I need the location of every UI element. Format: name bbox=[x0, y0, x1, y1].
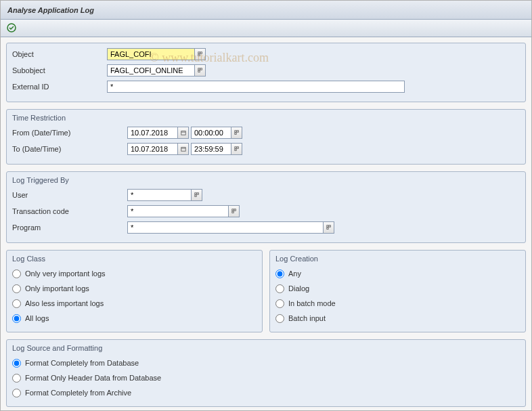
log-creation-radio-2[interactable] bbox=[275, 284, 284, 293]
subobject-input[interactable] bbox=[107, 64, 195, 77]
svg-rect-12 bbox=[181, 148, 185, 152]
log-creation-group: Log Creation Any Dialog In batch mode Ba… bbox=[269, 250, 526, 332]
svg-rect-3 bbox=[198, 54, 199, 56]
tcode-label: Transaction code bbox=[12, 207, 127, 215]
log-class-label-2[interactable]: Only important logs bbox=[25, 284, 89, 293]
to-date-help-button[interactable] bbox=[178, 143, 189, 155]
to-row: To (Date/Time) bbox=[12, 142, 520, 156]
from-time-input[interactable] bbox=[191, 127, 231, 139]
log-source-option-1[interactable]: Format Completely from Database bbox=[12, 356, 520, 370]
to-label: To (Date/Time) bbox=[12, 145, 127, 153]
log-creation-title: Log Creation bbox=[275, 255, 520, 263]
program-row: Program bbox=[12, 221, 520, 234]
log-class-label-4[interactable]: All logs bbox=[25, 314, 49, 322]
log-source-radio-2[interactable] bbox=[12, 374, 21, 383]
to-date-input[interactable] bbox=[127, 143, 178, 155]
subobject-label: Subobject bbox=[12, 66, 107, 74]
log-creation-option-4[interactable]: Batch input bbox=[275, 311, 520, 325]
two-column-container: Log Class Only very important logs Only … bbox=[6, 250, 526, 339]
svg-rect-7 bbox=[181, 131, 185, 135]
search-help-icon bbox=[231, 209, 237, 214]
from-date-input[interactable] bbox=[127, 127, 178, 139]
log-creation-option-3[interactable]: In batch mode bbox=[275, 297, 520, 310]
log-source-radio-3[interactable] bbox=[12, 389, 21, 397]
log-source-option-2[interactable]: Format Only Header Data from Database bbox=[12, 371, 520, 385]
log-creation-option-2[interactable]: Dialog bbox=[275, 282, 520, 295]
program-input[interactable] bbox=[127, 221, 324, 234]
log-source-option-3[interactable]: Format Completely from Archive bbox=[12, 386, 520, 399]
subobject-search-help-button[interactable] bbox=[195, 64, 206, 77]
time-restriction-group: Time Restriction From (Date/Time) To (Da… bbox=[6, 109, 526, 165]
svg-rect-23 bbox=[326, 225, 328, 227]
svg-rect-10 bbox=[237, 131, 238, 132]
object-row: Object bbox=[12, 47, 520, 61]
svg-rect-4 bbox=[198, 68, 199, 70]
window-title: Analyse Application Log bbox=[7, 6, 94, 14]
svg-rect-11 bbox=[234, 133, 236, 134]
object-search-help-button[interactable] bbox=[195, 48, 206, 60]
log-source-label-2[interactable]: Format Only Header Data from Database bbox=[25, 374, 161, 382]
svg-rect-21 bbox=[234, 209, 236, 211]
svg-rect-9 bbox=[234, 131, 236, 132]
content-area: © www.tutorialkart.com Object Subobject … bbox=[1, 37, 531, 411]
log-triggered-group: Log Triggered By User Transaction code P… bbox=[6, 171, 526, 243]
from-time-help-button[interactable] bbox=[231, 127, 242, 139]
svg-rect-2 bbox=[200, 52, 202, 53]
user-row: User bbox=[12, 188, 520, 202]
search-help-icon bbox=[326, 225, 332, 230]
external-id-input[interactable] bbox=[107, 81, 405, 93]
svg-rect-1 bbox=[198, 52, 199, 53]
log-class-label-1[interactable]: Only very important logs bbox=[25, 269, 106, 278]
log-class-option-2[interactable]: Only important logs bbox=[12, 282, 257, 295]
log-class-label-3[interactable]: Also less important logs bbox=[25, 299, 104, 307]
log-class-radio-3[interactable] bbox=[12, 299, 21, 308]
tcode-search-help-button[interactable] bbox=[229, 205, 240, 217]
time-restriction-title: Time Restriction bbox=[12, 114, 520, 122]
external-id-label: External ID bbox=[12, 83, 107, 91]
user-input[interactable] bbox=[127, 189, 192, 201]
svg-rect-16 bbox=[234, 149, 236, 150]
program-label: Program bbox=[12, 223, 127, 232]
execute-icon[interactable] bbox=[6, 22, 17, 33]
log-creation-radio-3[interactable] bbox=[275, 299, 284, 308]
search-help-icon bbox=[234, 130, 240, 135]
log-source-label-1[interactable]: Format Completely from Database bbox=[25, 359, 139, 367]
to-time-input[interactable] bbox=[191, 143, 231, 155]
user-search-help-button[interactable] bbox=[192, 189, 202, 201]
log-creation-label-2[interactable]: Dialog bbox=[288, 284, 309, 293]
calendar-icon bbox=[181, 146, 186, 152]
log-class-option-4[interactable]: All logs bbox=[12, 311, 257, 325]
log-class-radio-1[interactable] bbox=[12, 269, 21, 278]
window-title-bar: Analyse Application Log bbox=[1, 1, 531, 20]
log-creation-option-1[interactable]: Any bbox=[275, 267, 520, 280]
log-class-radio-2[interactable] bbox=[12, 284, 21, 293]
log-creation-radio-4[interactable] bbox=[275, 314, 284, 323]
log-creation-label-4[interactable]: Batch input bbox=[288, 314, 326, 322]
program-search-help-button[interactable] bbox=[324, 221, 334, 234]
svg-rect-18 bbox=[197, 193, 198, 194]
log-source-label-3[interactable]: Format Completely from Archive bbox=[25, 389, 131, 397]
from-date-help-button[interactable] bbox=[178, 127, 189, 139]
search-help-icon bbox=[234, 146, 240, 152]
selection-group: Object Subobject External ID bbox=[6, 43, 526, 102]
log-class-radio-4[interactable] bbox=[12, 314, 21, 323]
tcode-input[interactable] bbox=[127, 205, 229, 217]
log-creation-radio-1[interactable] bbox=[275, 269, 284, 278]
object-input[interactable] bbox=[107, 48, 195, 60]
svg-rect-14 bbox=[234, 147, 236, 148]
search-help-icon bbox=[194, 192, 200, 198]
external-id-row: External ID bbox=[12, 80, 520, 93]
log-class-option-1[interactable]: Only very important logs bbox=[12, 267, 257, 280]
log-creation-label-1[interactable]: Any bbox=[288, 269, 301, 278]
search-help-icon bbox=[198, 51, 203, 57]
to-time-help-button[interactable] bbox=[231, 143, 242, 155]
log-source-radio-1[interactable] bbox=[12, 359, 21, 368]
log-creation-label-3[interactable]: In batch mode bbox=[288, 299, 336, 307]
svg-rect-19 bbox=[194, 195, 196, 196]
user-label: User bbox=[12, 191, 127, 199]
log-source-group: Log Source and Formatting Format Complet… bbox=[6, 339, 526, 407]
subobject-row: Subobject bbox=[12, 64, 520, 77]
from-row: From (Date/Time) bbox=[12, 126, 520, 139]
log-class-option-3[interactable]: Also less important logs bbox=[12, 297, 257, 310]
svg-rect-24 bbox=[329, 225, 330, 227]
